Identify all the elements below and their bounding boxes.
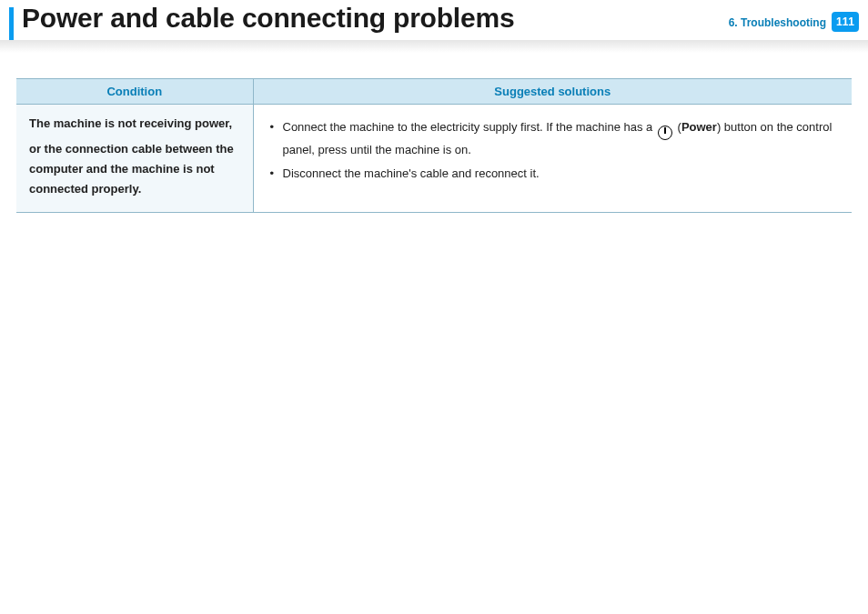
- list-item: • Connect the machine to the electricity…: [270, 117, 840, 160]
- power-label: Power: [681, 120, 717, 134]
- col-header-condition: Condition: [16, 79, 253, 105]
- page-number-badge: 111: [832, 12, 859, 32]
- list-item: • Disconnect the machine's cable and rec…: [270, 164, 840, 184]
- solution-text: Disconnect the machine's cable and recon…: [283, 164, 540, 184]
- troubleshooting-table: Condition Suggested solutions The machin…: [16, 78, 852, 213]
- col-header-solutions: Suggested solutions: [253, 79, 852, 105]
- bullet-icon: •: [270, 117, 283, 137]
- power-icon: [658, 126, 672, 140]
- breadcrumb: 6. Troubleshooting: [729, 16, 826, 29]
- title-accent-bar: [9, 7, 14, 40]
- solution1-pre: Connect the machine to the electricity s…: [283, 120, 656, 134]
- table-row: The machine is not receiving power, or t…: [16, 105, 852, 213]
- table-header-row: Condition Suggested solutions: [16, 79, 852, 105]
- document-page: Power and cable connecting problems 6. T…: [0, 0, 868, 614]
- condition-text-line1: The machine is not receiving power,: [29, 114, 240, 134]
- solution-text: Connect the machine to the electricity s…: [283, 117, 840, 160]
- page-title: Power and cable connecting problems: [22, 3, 514, 34]
- condition-text-rest: or the connection cable between the comp…: [29, 139, 240, 199]
- condition-cell: The machine is not receiving power, or t…: [16, 105, 253, 213]
- solutions-list: • Connect the machine to the electricity…: [267, 117, 840, 184]
- header-shadow: [0, 40, 868, 53]
- solutions-cell: • Connect the machine to the electricity…: [253, 105, 852, 213]
- bullet-icon: •: [270, 164, 283, 184]
